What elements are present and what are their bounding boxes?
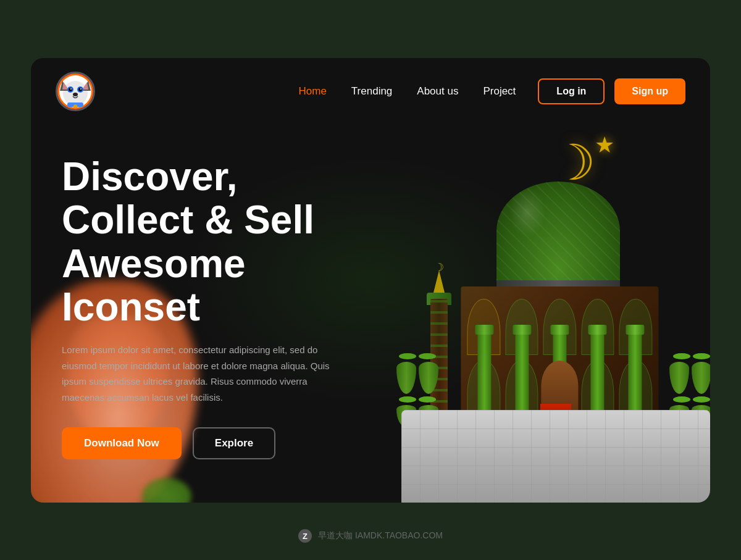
hero-right: ☽ ★ ☽ bbox=[404, 125, 710, 503]
footer-watermark: Z 早道大咖 IAMDK.TAOBAO.COM bbox=[298, 529, 443, 543]
cylinder-r1 bbox=[669, 362, 689, 394]
crescent-wrap: ☽ ★ bbox=[551, 138, 596, 188]
navbar: Home Trending About us Project Log in Si… bbox=[31, 58, 710, 125]
star-icon: ★ bbox=[595, 132, 614, 158]
column-top-5 bbox=[626, 325, 644, 335]
signup-button[interactable]: Sign up bbox=[614, 78, 685, 104]
logo-icon bbox=[57, 73, 93, 109]
svg-point-12 bbox=[80, 88, 82, 90]
watermark-text: 早道大咖 IAMDK.TAOBAO.COM bbox=[318, 530, 443, 541]
base-platform bbox=[401, 410, 710, 503]
nav-actions: Log in Sign up bbox=[538, 78, 685, 104]
nav-links: Home Trending About us Project bbox=[299, 85, 516, 98]
mosque-dome bbox=[496, 182, 620, 280]
cylinder-top-r5 bbox=[693, 396, 710, 403]
mosque-scene: ☽ ★ ☽ bbox=[383, 151, 710, 503]
main-card: Home Trending About us Project Log in Si… bbox=[31, 58, 710, 503]
cylinder-top-r4 bbox=[673, 396, 690, 403]
explore-button[interactable]: Explore bbox=[193, 427, 275, 459]
column-top-4 bbox=[588, 325, 606, 335]
logo-avatar bbox=[56, 72, 95, 111]
base-grid bbox=[401, 410, 710, 503]
download-button[interactable]: Download Now bbox=[62, 427, 182, 459]
column-1 bbox=[478, 330, 492, 422]
column-2 bbox=[516, 330, 529, 422]
minaret-spire-left bbox=[433, 270, 445, 295]
nav-trending[interactable]: Trending bbox=[351, 85, 392, 98]
cyl-group-right-top2 bbox=[672, 396, 710, 403]
svg-point-15 bbox=[73, 104, 77, 108]
outer-background: Home Trending About us Project Log in Si… bbox=[0, 0, 741, 560]
cyl-group-right-top bbox=[672, 353, 710, 359]
nav-home[interactable]: Home bbox=[299, 85, 327, 98]
column-top-1 bbox=[475, 325, 494, 335]
cylinder-top-r2 bbox=[693, 353, 710, 359]
logo bbox=[56, 72, 95, 111]
hero-left: Discover, Collect & Sell Awesome Iconset… bbox=[31, 125, 404, 503]
column-4 bbox=[590, 330, 604, 422]
cyl-group-right-body bbox=[668, 361, 710, 395]
column-5 bbox=[628, 330, 642, 422]
minaret-crescent-left: ☽ bbox=[434, 261, 444, 274]
cylinder-r2 bbox=[692, 362, 710, 394]
hero-buttons: Download Now Explore bbox=[62, 427, 380, 459]
hero-description: Lorem ipsum dolor sit amet, consectetur … bbox=[62, 342, 346, 405]
login-button[interactable]: Log in bbox=[538, 78, 605, 104]
nav-about[interactable]: About us bbox=[417, 85, 458, 98]
column-top-3 bbox=[550, 325, 569, 335]
svg-point-11 bbox=[70, 88, 72, 90]
cylinder-top-l4 bbox=[419, 396, 436, 403]
svg-point-10 bbox=[78, 88, 82, 91]
svg-point-9 bbox=[69, 88, 72, 91]
mosque-building bbox=[461, 286, 658, 422]
nav-project[interactable]: Project bbox=[483, 85, 516, 98]
svg-point-13 bbox=[73, 93, 78, 96]
cylinder-top-l2 bbox=[419, 353, 436, 359]
cylinder-l2 bbox=[419, 362, 438, 394]
column-top-2 bbox=[513, 325, 532, 335]
hero-title: Discover, Collect & Sell Awesome Iconset bbox=[62, 155, 380, 329]
watermark-z-icon: Z bbox=[298, 529, 312, 543]
cylinder-top-r1 bbox=[673, 353, 690, 359]
dome-shine bbox=[509, 188, 546, 237]
hero-section: Discover, Collect & Sell Awesome Iconset… bbox=[31, 125, 710, 503]
